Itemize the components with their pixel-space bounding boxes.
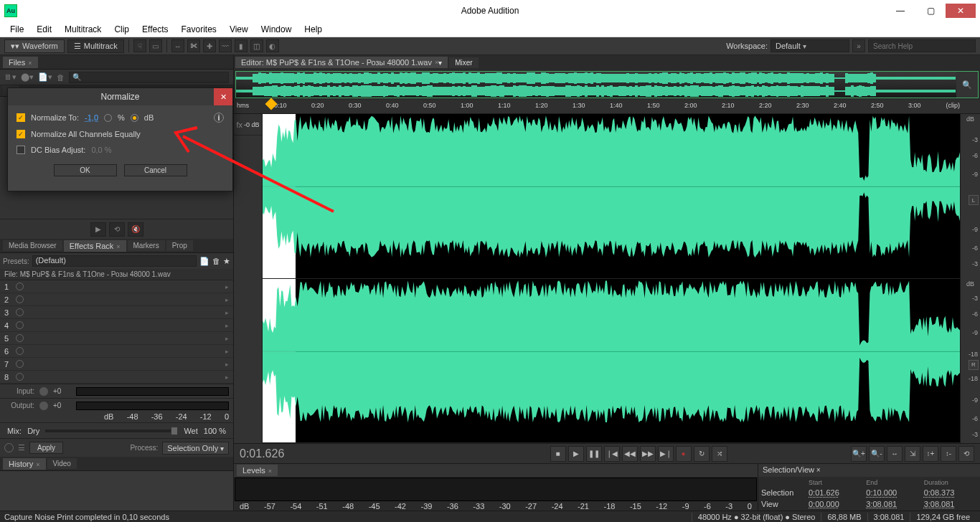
preset-save-icon[interactable]: 📄	[199, 257, 209, 266]
dialog-titlebar[interactable]: Normalize ✕	[8, 88, 232, 105]
effect-slot[interactable]: 2▸	[0, 293, 233, 306]
power-icon[interactable]	[16, 321, 24, 329]
dialog-close-button[interactable]: ✕	[214, 88, 232, 105]
zoom-out-v-icon[interactable]: ↕-	[941, 446, 956, 462]
timecode-display[interactable]: 0:01.626	[240, 447, 426, 460]
forward-button[interactable]: ▶▶	[640, 446, 656, 462]
dc-bias-checkbox[interactable]	[17, 146, 25, 154]
loop-button[interactable]: ↻	[694, 446, 710, 462]
zoom-reset-icon[interactable]: ⟲	[958, 446, 974, 462]
menu-help[interactable]: Help	[298, 23, 328, 36]
file-delete-icon[interactable]: 🗑	[57, 73, 65, 82]
tool-hand-icon[interactable]: ☟	[133, 39, 146, 52]
view-end[interactable]: 3:08.081	[866, 500, 919, 508]
zoom-tools-icon[interactable]: 🔍	[956, 72, 978, 98]
tab-history[interactable]: History×	[3, 458, 46, 470]
selection-duration[interactable]: 0:08.373	[924, 488, 977, 497]
effect-slot[interactable]: 7▸	[0, 358, 233, 371]
tab-media-browser[interactable]: Media Browser	[3, 240, 62, 251]
view-multitrack-button[interactable]: ☰Multitrack	[67, 39, 124, 53]
ok-button[interactable]: OK	[54, 164, 117, 176]
mix-slider[interactable]	[45, 430, 178, 432]
file-record-icon[interactable]: ⬤▾	[21, 72, 34, 82]
tool-move-icon[interactable]: ↔	[171, 39, 184, 52]
minimize-button[interactable]: —	[885, 4, 915, 18]
fx-icon[interactable]: fx	[236, 120, 242, 129]
cancel-button[interactable]: Cancel	[124, 164, 187, 176]
search-help-input[interactable]	[868, 39, 976, 52]
normalize-to-checkbox[interactable]: ✓	[17, 113, 25, 122]
tool-select-icon[interactable]: ▮	[235, 39, 248, 52]
menu-window[interactable]: Window	[255, 23, 298, 36]
tool-marquee-icon[interactable]: ◫	[250, 39, 263, 52]
info-icon[interactable]: i	[214, 113, 224, 123]
close-button[interactable]: ✕	[946, 4, 976, 18]
file-open-icon[interactable]: 🗎▾	[4, 72, 17, 82]
power-icon[interactable]	[16, 295, 24, 303]
timeline-ruler[interactable]: hms0:100:200:300:400:501:001:101:201:301…	[234, 100, 980, 114]
effect-slot[interactable]: 3▸	[0, 306, 233, 319]
effect-slot[interactable]: 6▸	[0, 345, 233, 358]
menu-clip[interactable]: Clip	[108, 23, 135, 36]
overview-waveform[interactable]: 🔍	[235, 71, 979, 98]
go-start-button[interactable]: ❘◀	[604, 446, 620, 462]
normalize-value[interactable]: -1,0	[85, 113, 98, 122]
levels-tab[interactable]: Levels×	[234, 464, 758, 477]
view-duration[interactable]: 3:08.081	[924, 500, 977, 508]
tool-brush-icon[interactable]: 〰	[219, 39, 232, 52]
menu-effects[interactable]: Effects	[136, 23, 174, 36]
record-button[interactable]: ●	[676, 446, 692, 462]
tab-effects-rack[interactable]: Effects Rack×	[64, 240, 126, 252]
tab-files[interactable]: Files×	[3, 57, 38, 68]
preset-favorite-icon[interactable]: ★	[223, 257, 230, 266]
effect-slot[interactable]: 4▸	[0, 319, 233, 332]
power-icon[interactable]	[16, 308, 24, 316]
rack-view-icon[interactable]: ☰	[18, 443, 25, 452]
waveform-track[interactable]	[263, 114, 960, 443]
workspace-dropdown[interactable]: Default ▾	[771, 39, 849, 52]
power-icon[interactable]	[16, 347, 24, 355]
rewind-button[interactable]: ◀◀	[622, 446, 638, 462]
apply-button[interactable]: Apply	[29, 442, 63, 454]
tab-editor[interactable]: Editor: M$ PuP$ & F1ns & T1One - Розы 48…	[235, 57, 448, 68]
zoom-sel-icon[interactable]: ⇲	[905, 446, 920, 462]
power-icon[interactable]	[16, 283, 24, 290]
mini-play-button[interactable]: ▶	[90, 222, 106, 237]
files-filter-input[interactable]	[69, 72, 229, 83]
presets-dropdown[interactable]: (Default)	[32, 255, 197, 267]
mini-autoplay-button[interactable]: 🔇	[128, 222, 143, 237]
unit-percent-radio[interactable]	[104, 114, 112, 122]
effect-slot[interactable]: 1▸	[0, 280, 233, 293]
preset-delete-icon[interactable]: 🗑	[212, 257, 220, 265]
selection-end[interactable]: 0:10.000	[866, 488, 919, 497]
tool-square-icon[interactable]: ▭	[149, 39, 162, 52]
stop-button[interactable]: ■	[550, 446, 566, 462]
rack-power-icon[interactable]	[4, 443, 14, 452]
power-icon[interactable]	[16, 360, 24, 368]
selection-view-tab[interactable]: Selection/View ×	[758, 464, 980, 477]
zoom-in-icon[interactable]: 🔍+	[851, 446, 867, 462]
zoom-out-icon[interactable]: 🔍-	[869, 446, 885, 462]
tool-lasso-icon[interactable]: ◐	[266, 39, 279, 52]
view-waveform-button[interactable]: ▾▾Waveform	[4, 39, 65, 53]
menu-edit[interactable]: Edit	[31, 23, 57, 36]
tab-properties[interactable]: Prop	[166, 240, 193, 251]
all-channels-checkbox[interactable]: ✓	[17, 130, 25, 138]
power-icon[interactable]	[16, 334, 24, 342]
tab-mixer[interactable]: Mixer	[449, 57, 478, 68]
go-end-button[interactable]: ▶❘	[658, 446, 674, 462]
menu-file[interactable]: File	[4, 23, 29, 36]
tab-markers[interactable]: Markers	[128, 240, 165, 251]
play-button[interactable]: ▶	[568, 446, 584, 462]
view-start[interactable]: 0:00.000	[809, 500, 862, 508]
selection-start[interactable]: 0:01.626	[809, 488, 862, 497]
power-icon[interactable]	[16, 373, 24, 381]
effect-slot[interactable]: 5▸	[0, 332, 233, 345]
tab-video[interactable]: Video	[47, 458, 77, 469]
menu-view[interactable]: View	[224, 23, 254, 36]
input-knob[interactable]	[39, 386, 49, 397]
tool-cut-icon[interactable]: ✀	[187, 39, 200, 52]
unit-db-radio[interactable]	[131, 114, 138, 122]
effect-slot[interactable]: 8▸	[0, 371, 233, 384]
menu-favorites[interactable]: Favorites	[176, 23, 222, 36]
